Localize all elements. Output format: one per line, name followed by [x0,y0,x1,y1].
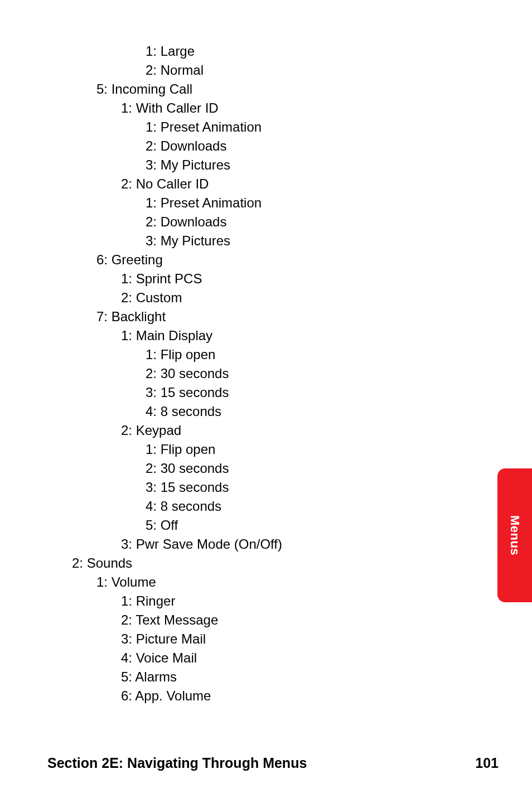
menu-item: 1: Preset Animation [47,118,499,137]
menu-item: 1: Volume [47,573,499,592]
side-tab-label: Menus [507,515,522,555]
menu-item: 1: Main Display [47,326,499,345]
menu-item: 1: Flip open [47,440,499,459]
menu-content: 1: Large2: Normal5: Incoming Call1: With… [47,42,499,705]
side-tab: Menus [497,468,532,602]
menu-item: 2: 30 seconds [47,364,499,383]
menu-item: 2: Normal [47,61,499,80]
menu-item: 3: Pwr Save Mode (On/Off) [47,535,499,554]
menu-item: 1: With Caller ID [47,99,499,118]
menu-item: 2: Sounds [47,554,499,573]
menu-item: 1: Ringer [47,592,499,611]
menu-item: 6: App. Volume [47,686,499,705]
menu-item: 1: Sprint PCS [47,269,499,288]
menu-item: 4: Voice Mail [47,649,499,668]
menu-item: 2: Downloads [47,137,499,156]
menu-item: 5: Alarms [47,668,499,686]
menu-item: 3: Picture Mail [47,630,499,649]
menu-item: 3: 15 seconds [47,478,499,497]
menu-item: 5: Off [47,516,499,535]
menu-item: 2: Downloads [47,212,499,231]
menu-item: 5: Incoming Call [47,80,499,99]
footer-section-title: Section 2E: Navigating Through Menus [47,755,307,771]
menu-item: 2: Custom [47,288,499,307]
menu-item: 2: Keypad [47,421,499,440]
menu-item: 2: Text Message [47,611,499,630]
menu-item: 1: Flip open [47,345,499,364]
menu-item: 2: 30 seconds [47,459,499,478]
menu-item: 3: 15 seconds [47,383,499,402]
menu-item: 3: My Pictures [47,231,499,250]
menu-item: 6: Greeting [47,250,499,269]
menu-item: 2: No Caller ID [47,175,499,194]
menu-item: 3: My Pictures [47,156,499,175]
menu-item: 1: Large [47,42,499,61]
page-footer: Section 2E: Navigating Through Menus 101 [47,755,499,771]
menu-item: 7: Backlight [47,307,499,326]
menu-item: 4: 8 seconds [47,402,499,421]
footer-page-number: 101 [475,755,499,771]
menu-item: 1: Preset Animation [47,194,499,212]
menu-item: 4: 8 seconds [47,497,499,516]
